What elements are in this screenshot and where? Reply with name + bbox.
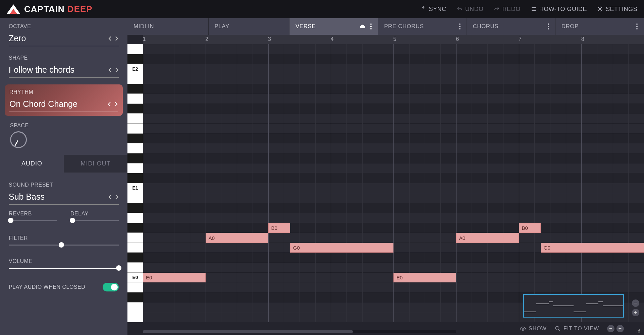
piano-key[interactable] xyxy=(127,223,143,233)
reverb-label: REVERB xyxy=(9,211,57,217)
minimap[interactable] xyxy=(523,294,624,318)
chevron-right-icon[interactable] xyxy=(113,102,118,107)
filter-slider[interactable] xyxy=(9,245,119,246)
piano-key[interactable] xyxy=(127,134,143,144)
zoom-in-v-button[interactable]: + xyxy=(632,309,639,316)
piano-key[interactable] xyxy=(127,54,143,64)
logo: CAPTAIN DEEP xyxy=(7,4,93,14)
piano-key[interactable] xyxy=(127,253,143,263)
piano-key[interactable] xyxy=(127,263,143,273)
resize-corner-icon[interactable] xyxy=(635,328,641,333)
tab-drop[interactable]: DROP xyxy=(555,18,644,35)
svg-point-6 xyxy=(638,330,639,331)
chevron-left-icon[interactable] xyxy=(108,195,113,199)
piano-key[interactable] xyxy=(127,74,143,84)
midi-note[interactable]: B0 xyxy=(519,223,541,233)
menu-dots-icon[interactable] xyxy=(636,23,638,29)
chevron-right-icon[interactable] xyxy=(114,195,119,199)
piano-key[interactable] xyxy=(127,213,143,223)
chevron-right-icon[interactable] xyxy=(114,36,119,41)
piano-key[interactable] xyxy=(127,44,143,54)
midi-note[interactable]: G0 xyxy=(290,243,393,253)
ruler-bar-number: 8 xyxy=(581,36,584,42)
piano-key[interactable] xyxy=(127,163,143,174)
menu-dots-icon[interactable] xyxy=(548,23,549,29)
tab-verse[interactable]: VERSE xyxy=(289,18,378,35)
ruler-bar-number: 7 xyxy=(519,36,522,42)
piano-key[interactable] xyxy=(127,173,143,183)
logo-icon xyxy=(7,4,20,14)
editor-footer: SHOW FIT TO VIEW − + xyxy=(127,322,644,335)
tab-pre-chorus[interactable]: PRE CHORUS xyxy=(378,18,467,35)
piano-key[interactable] xyxy=(127,243,143,253)
midi-note[interactable]: A0 xyxy=(456,233,519,243)
piano-key[interactable]: E0 xyxy=(127,273,143,283)
piano-key[interactable] xyxy=(127,143,143,153)
settings-button[interactable]: SETTINGS xyxy=(597,6,637,13)
rhythm-select[interactable]: On Chord Change xyxy=(9,97,118,112)
midi-note[interactable]: A0 xyxy=(206,233,268,243)
piano-key[interactable]: E2 xyxy=(127,64,143,74)
piano-key[interactable] xyxy=(127,303,143,313)
undo-button[interactable]: UNDO xyxy=(457,6,484,13)
piano-key[interactable] xyxy=(127,282,143,292)
show-button[interactable]: SHOW xyxy=(520,326,547,332)
ruler[interactable]: 123456789 xyxy=(143,35,644,44)
octave-select[interactable]: Zero xyxy=(9,31,119,46)
note-grid[interactable]: E0A0B0G0E0A0B0G0 xyxy=(143,44,644,322)
tab-play[interactable]: PLAY xyxy=(209,18,290,35)
piano-key[interactable] xyxy=(127,153,143,163)
piano-key[interactable] xyxy=(127,84,143,94)
piano-key[interactable] xyxy=(127,193,143,203)
volume-slider[interactable] xyxy=(9,268,119,269)
chevron-left-icon[interactable] xyxy=(107,102,112,107)
ruler-bar-number: 5 xyxy=(393,36,396,42)
preset-label: SOUND PRESET xyxy=(9,182,119,188)
chevron-right-icon[interactable] xyxy=(114,68,119,72)
undo-icon xyxy=(457,6,463,12)
piano-key[interactable] xyxy=(127,233,143,243)
tab-audio[interactable]: AUDIO xyxy=(0,155,64,173)
tab-midi-in[interactable]: MIDI IN xyxy=(127,18,209,35)
zoom-in-h-button[interactable]: + xyxy=(616,325,624,332)
delay-slider[interactable] xyxy=(70,220,119,221)
tab-chorus[interactable]: CHORUS xyxy=(467,18,555,35)
sync-icon xyxy=(420,6,426,12)
menu-dots-icon[interactable] xyxy=(370,23,372,29)
zoom-out-h-button[interactable]: − xyxy=(607,325,614,332)
play-closed-toggle[interactable] xyxy=(103,283,119,291)
chevron-left-icon[interactable] xyxy=(108,36,113,41)
piano-key[interactable] xyxy=(127,124,143,134)
zoom-out-v-button[interactable]: − xyxy=(632,299,639,307)
fit-to-view-button[interactable]: FIT TO VIEW xyxy=(555,326,599,332)
menu-dots-icon[interactable] xyxy=(459,23,461,29)
midi-note[interactable]: E0 xyxy=(393,273,456,283)
howto-button[interactable]: HOW-TO GUIDE xyxy=(531,6,587,13)
preset-select[interactable]: Sub Bass xyxy=(9,190,119,205)
sync-button[interactable]: SYNC xyxy=(420,6,446,13)
tab-midi-out[interactable]: MIDI OUT xyxy=(64,155,127,173)
reverb-slider[interactable] xyxy=(9,220,57,221)
octave-label: OCTAVE xyxy=(9,23,119,29)
horizontal-scrollbar[interactable] xyxy=(143,330,456,333)
cloud-icon[interactable] xyxy=(360,23,366,29)
piano-key[interactable] xyxy=(127,114,143,124)
shape-select[interactable]: Follow the chords xyxy=(9,63,119,78)
midi-note[interactable]: G0 xyxy=(541,243,644,253)
piano-key[interactable] xyxy=(127,312,143,322)
midi-note[interactable]: B0 xyxy=(268,223,290,233)
piano-key[interactable]: E1 xyxy=(127,183,143,193)
piano-key[interactable] xyxy=(127,94,143,104)
piano-keys[interactable]: E2E1E0 xyxy=(127,44,143,322)
piano-key[interactable] xyxy=(127,292,143,303)
eye-icon xyxy=(520,326,526,332)
chevron-left-icon[interactable] xyxy=(108,68,113,72)
space-knob[interactable] xyxy=(10,131,27,148)
piano-key[interactable] xyxy=(127,104,143,114)
ruler-bar-number: 4 xyxy=(331,36,334,42)
piano-key[interactable] xyxy=(127,203,143,213)
svg-point-9 xyxy=(638,332,639,333)
redo-button[interactable]: REDO xyxy=(494,6,521,13)
redo-icon xyxy=(494,6,500,12)
midi-note[interactable]: E0 xyxy=(143,273,206,283)
